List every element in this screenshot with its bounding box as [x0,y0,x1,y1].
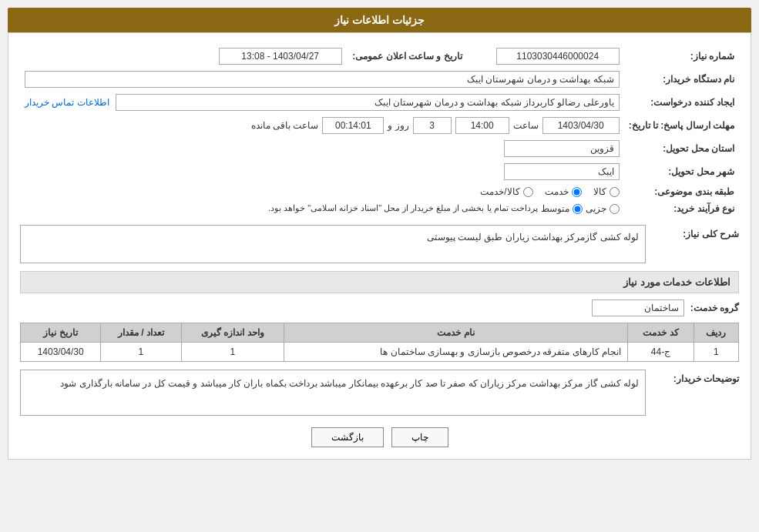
city-field: ایبک [504,163,620,180]
cell-quantity: 1 [101,343,181,362]
need-desc-box: لوله کشی گازمرکز بهداشت زیاران طبق لیست … [20,225,646,263]
category-service-radio[interactable] [572,187,582,197]
col-quantity: تعداد / مقدار [101,323,181,343]
province-label: استان محل تحویل: [624,137,739,160]
deadline-days-field: 3 [413,117,452,134]
province-row: قزوین [20,137,624,160]
city-row: ایبک [20,160,624,183]
print-button[interactable]: چاپ [391,427,448,447]
purchase-type-label: نوع فرآیند خرید: [624,200,739,217]
category-option-goods[interactable]: کالا [593,186,620,197]
deadline-label: مهلت ارسال پاسخ: تا تاریخ: [624,114,739,137]
col-unit: واحد اندازه گیری [181,323,284,343]
back-button[interactable]: بازگشت [311,427,384,447]
purchase-partial-label: جزیی [586,203,606,214]
main-content: شماره نیاز: 1103030446000024 تاریخ و ساع… [8,32,751,460]
table-row: 1 ج-44 انجام کارهای متفرقه درخصوص بازساز… [21,343,739,362]
category-row: کالا خدمت کالا/خدمت [20,183,624,200]
category-radio-group: کالا خدمت کالا/خدمت [25,186,620,197]
need-desc-value: لوله کشی گازمرکز بهداشت زیاران طبق لیست … [427,232,639,243]
announcement-field: 1403/04/27 - 13:08 [219,48,342,65]
service-group-field: ساختمان [592,299,684,316]
button-row: چاپ بازگشت [20,427,739,447]
buyer-notes-box: لوله کشی گاز مرکز بهداشت مرکز زیاران که … [20,370,646,416]
deadline-date-field: 1403/04/30 [542,117,620,134]
category-label: طبقه بندی موضوعی: [624,183,739,200]
buying-org-value: شبکه بهداشت و درمان شهرستان ایبک [20,68,624,91]
purchase-type-medium[interactable]: متوسط [541,203,583,214]
purchase-type-group: جزیی متوسط پرداخت تمام یا بخشی از مبلغ خ… [25,203,620,214]
need-desc-label: شرح کلی نیاز: [652,225,739,239]
purchase-type-row: جزیی متوسط پرداخت تمام یا بخشی از مبلغ خ… [20,200,624,217]
deadline-days-label: روز و [388,120,408,131]
page-container: جزئیات اطلاعات نیاز شماره نیاز: 11030304… [0,0,759,467]
page-header: جزئیات اطلاعات نیاز [8,8,751,32]
cell-code: ج-44 [628,343,694,362]
purchase-partial-radio[interactable] [610,204,620,214]
col-code: کد خدمت [628,323,694,343]
cell-name: انجام کارهای متفرقه درخصوص بازسازی و بهس… [284,343,628,362]
col-name: نام خدمت [284,323,628,343]
requester-field: یاورعلی رضالو کاربرداز شبکه بهداشت و درم… [116,94,620,111]
buyer-notes-label: توضیحات خریدار: [652,370,739,384]
category-service-label: خدمت [545,186,569,197]
purchase-medium-radio[interactable] [573,204,583,214]
col-row: ردیف [694,323,738,343]
page-title: جزئیات اطلاعات نیاز [334,14,425,26]
category-both-label: کالا/خدمت [480,186,519,197]
need-number-label: شماره نیاز: [624,45,739,68]
category-goods-radio[interactable] [610,187,620,197]
info-table-top: شماره نیاز: 1103030446000024 تاریخ و ساع… [20,45,739,217]
need-number-field: 1103030446000024 [496,48,620,65]
cell-date: 1403/04/30 [21,343,101,362]
purchase-type-partial[interactable]: جزیی [586,203,620,214]
cell-row: 1 [694,343,738,362]
remaining-time-field: 00:14:01 [322,117,384,134]
category-goods-label: کالا [593,186,606,197]
province-field: قزوین [504,140,620,157]
need-desc-section: شرح کلی نیاز: لوله کشی گازمرکز بهداشت زی… [20,225,739,263]
cell-unit: 1 [181,343,284,362]
category-option-service[interactable]: خدمت [545,186,582,197]
remaining-label: ساعت باقی مانده [251,120,319,131]
purchase-medium-label: متوسط [541,203,569,214]
service-group-label: گروه خدمت: [690,303,739,313]
deadline-time-label: ساعت [513,120,539,131]
buying-org-field: شبکه بهداشت و درمان شهرستان ایبک [25,71,620,88]
deadline-time-field: 14:00 [455,117,509,134]
purchase-note: پرداخت تمام یا بخشی از مبلغ خریدار از مح… [268,203,538,213]
services-section-header: اطلاعات خدمات مورد نیاز [20,271,739,293]
buying-org-label: نام دستگاه خریدار: [624,68,739,91]
requester-label: ایجاد کننده درخواست: [624,91,739,114]
col-date: تاریخ نیاز [21,323,101,343]
need-number-value: 1103030446000024 [470,45,624,68]
contact-link[interactable]: اطلاعات تماس خریدار [25,97,109,108]
buyer-notes-section: توضیحات خریدار: لوله کشی گاز مرکز بهداشت… [20,370,739,416]
category-option-both[interactable]: کالا/خدمت [480,186,532,197]
service-group-row: گروه خدمت: ساختمان [20,299,739,316]
city-label: شهر محل تحویل: [624,160,739,183]
announcement-value: 1403/04/27 - 13:08 [20,45,347,68]
requester-row: یاورعلی رضالو کاربرداز شبکه بهداشت و درم… [20,91,624,114]
category-both-radio[interactable] [523,187,533,197]
services-table: ردیف کد خدمت نام خدمت واحد اندازه گیری ت… [20,323,739,362]
buyer-notes-value: لوله کشی گاز مرکز بهداشت مرکز زیاران که … [60,378,639,389]
deadline-row: 1403/04/30 ساعت 14:00 3 روز و 00:14:01 س… [20,114,624,137]
announcement-label: تاریخ و ساعت اعلان عمومی: [347,45,470,68]
